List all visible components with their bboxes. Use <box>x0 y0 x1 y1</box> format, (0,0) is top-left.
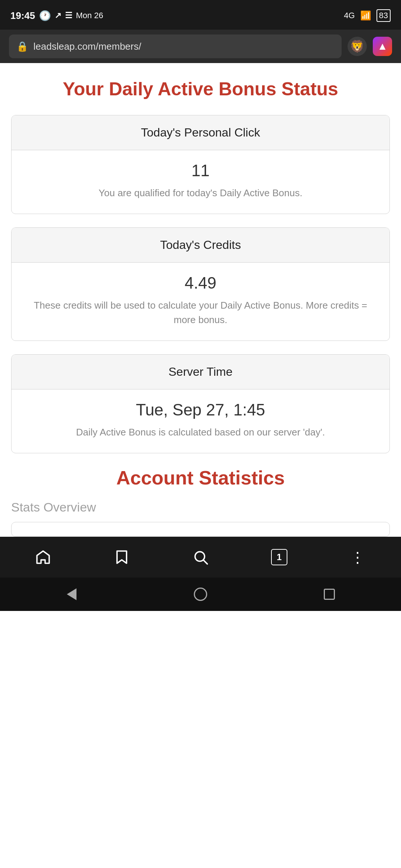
personal-click-desc: You are qualified for today's Daily Acti… <box>23 186 378 200</box>
credits-header: Today's Credits <box>12 228 389 263</box>
account-statistics-title: Account Statistics <box>11 467 390 489</box>
server-time-desc: Daily Active Bonus is calculated based o… <box>23 425 378 440</box>
svg-line-1 <box>203 560 207 564</box>
network-4g: 4G <box>344 11 355 20</box>
brave-browser-icon[interactable]: 🦁 <box>348 37 367 56</box>
nav-more-button[interactable]: ⋮ <box>343 542 373 572</box>
nav-tabs-button[interactable]: 1 <box>264 542 294 572</box>
credits-desc: These credits will be used to calculate … <box>23 298 378 327</box>
home-icon <box>35 549 51 565</box>
server-time-body: Tue, Sep 27, 1:45 Daily Active Bonus is … <box>12 389 389 453</box>
android-home-button[interactable] <box>186 583 215 605</box>
status-right: 4G 📶 83 <box>344 9 391 22</box>
status-left: 19:45 🕐 ↗ ☰ Mon 26 <box>10 10 103 22</box>
nav-search-button[interactable] <box>186 542 215 572</box>
server-time-value: Tue, Sep 27, 1:45 <box>23 401 378 419</box>
android-recents-icon <box>324 589 335 600</box>
credits-body: 4.49 These credits will be used to calcu… <box>12 263 389 341</box>
back-icon <box>67 588 76 600</box>
credits-value: 4.49 <box>23 274 378 292</box>
server-time-header: Server Time <box>12 355 389 389</box>
status-bar: 19:45 🕐 ↗ ☰ Mon 26 4G 📶 83 <box>0 0 401 30</box>
page-title: Your Daily Active Bonus Status <box>11 78 390 100</box>
three-dot-icon: ⋮ <box>350 550 366 565</box>
date: Mon 26 <box>76 11 103 20</box>
browser-icons: 🦁 ▲ <box>348 37 392 56</box>
personal-click-value: 11 <box>23 161 378 180</box>
server-time-card: Server Time Tue, Sep 27, 1:45 Daily Acti… <box>11 354 390 453</box>
url-text: leadsleap.com/members/ <box>33 41 334 52</box>
bookmark-icon <box>114 549 130 565</box>
personal-click-body: 11 You are qualified for today's Daily A… <box>12 150 389 214</box>
nav-home-button[interactable] <box>28 542 58 572</box>
android-recents-button[interactable] <box>314 583 344 605</box>
browser-nav: 1 ⋮ <box>0 537 401 578</box>
brave-rewards-icon[interactable]: ▲ <box>373 37 392 56</box>
address-bar[interactable]: 🔒 leadsleap.com/members/ <box>9 34 342 58</box>
signal-icon: 📶 <box>360 10 371 21</box>
notification-icon: ↗ <box>55 11 61 20</box>
nav-bookmark-button[interactable] <box>107 542 137 572</box>
battery: 83 <box>376 9 391 22</box>
browser-bar: 🔒 leadsleap.com/members/ 🦁 ▲ <box>0 30 401 63</box>
time: 19:45 <box>10 10 35 22</box>
lock-icon: 🔒 <box>16 41 28 52</box>
main-content: Your Daily Active Bonus Status Today's P… <box>0 63 401 537</box>
android-home-icon <box>194 588 207 601</box>
android-nav-bar <box>0 578 401 611</box>
stats-overview-label: Stats Overview <box>11 500 390 514</box>
stats-overview-partial-card <box>11 522 390 537</box>
android-back-button[interactable] <box>57 583 87 605</box>
tab-count: 1 <box>277 552 281 562</box>
credits-card: Today's Credits 4.49 These credits will … <box>11 227 390 341</box>
personal-click-card: Today's Personal Click 11 You are qualif… <box>11 115 390 214</box>
tab-count-box: 1 <box>271 549 287 565</box>
sync-icon: ☰ <box>65 11 72 20</box>
alarm-icon: 🕐 <box>39 10 51 22</box>
search-icon <box>192 549 209 565</box>
personal-click-header: Today's Personal Click <box>12 115 389 150</box>
